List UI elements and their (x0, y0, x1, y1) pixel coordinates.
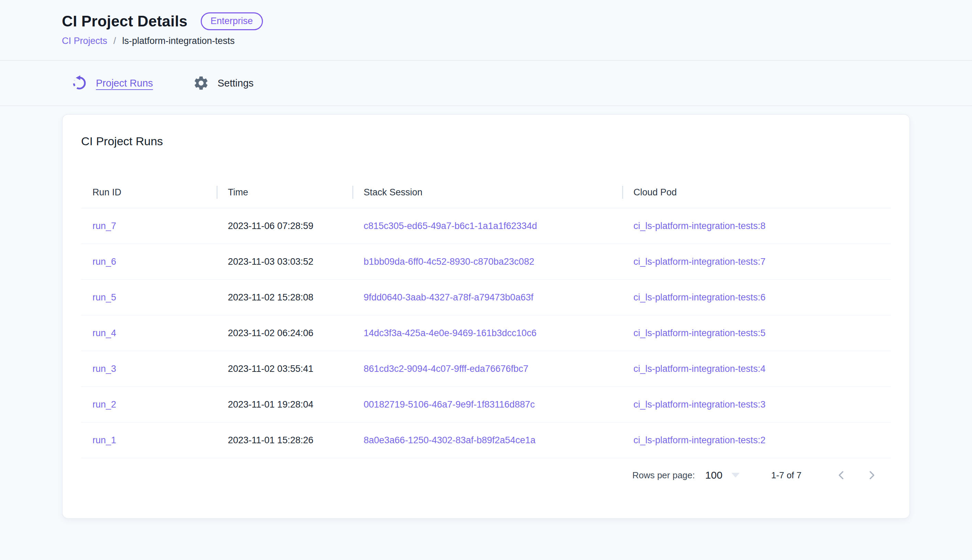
run-time: 2023-11-01 15:28:26 (216, 435, 352, 446)
cloud-pod-link[interactable]: ci_ls-platform-integration-tests:5 (634, 328, 765, 338)
runs-table: Run ID Time Stack Session Cloud Pod run_… (81, 177, 891, 458)
run-time: 2023-11-03 03:03:52 (216, 257, 352, 267)
stack-session-link[interactable]: b1bb09da-6ff0-4c52-8930-c870ba23c082 (364, 257, 534, 267)
page: CI Project Details Enterprise CI Project… (0, 0, 972, 560)
run-id-link[interactable]: run_6 (92, 257, 116, 267)
stack-session-link[interactable]: 00182719-5106-46a7-9e9f-1f83116d887c (364, 399, 535, 410)
breadcrumb-separator: / (114, 36, 116, 47)
run-id-link[interactable]: run_2 (92, 399, 116, 410)
run-id-link[interactable]: run_4 (92, 328, 116, 338)
breadcrumb-current: ls-platform-integration-tests (122, 36, 235, 47)
content: CI Project Runs Run ID Time Stack Sessio… (0, 106, 972, 519)
run-time: 2023-11-02 06:24:06 (216, 328, 352, 338)
next-page-button[interactable] (865, 468, 878, 482)
run-time: 2023-11-02 03:55:41 (216, 363, 352, 374)
run-time: 2023-11-01 19:28:04 (216, 399, 352, 410)
cloud-pod-link[interactable]: ci_ls-platform-integration-tests:3 (634, 399, 765, 410)
breadcrumb-link-ci-projects[interactable]: CI Projects (62, 36, 107, 47)
run-id-link[interactable]: run_5 (92, 292, 116, 302)
table-row: run_4 2023-11-02 06:24:06 14dc3f3a-425a-… (81, 315, 891, 351)
run-id-link[interactable]: run_3 (92, 363, 116, 374)
table-body: run_7 2023-11-06 07:28:59 c815c305-ed65-… (81, 208, 891, 458)
table-header-row: Run ID Time Stack Session Cloud Pod (81, 177, 891, 208)
run-id-link[interactable]: run_7 (92, 221, 116, 231)
chevron-right-icon (865, 468, 878, 482)
rows-per-page-value: 100 (705, 469, 723, 481)
table-row: run_7 2023-11-06 07:28:59 c815c305-ed65-… (81, 208, 891, 244)
column-header-stack-session: Stack Session (352, 187, 622, 198)
column-header-run-id: Run ID (81, 187, 216, 198)
stack-session-link[interactable]: 9fdd0640-3aab-4327-a78f-a79473b0a63f (364, 292, 534, 302)
previous-page-button[interactable] (835, 468, 848, 482)
tab-project-runs-label: Project Runs (96, 78, 153, 89)
table-row: run_3 2023-11-02 03:55:41 861cd3c2-9094-… (81, 351, 891, 387)
tab-bar: Project Runs Settings (0, 61, 972, 106)
rows-per-page-select[interactable]: 100 (705, 469, 739, 481)
card-title: CI Project Runs (81, 135, 891, 148)
stack-session-link[interactable]: 8a0e3a66-1250-4302-83af-b89f2a54ce1a (364, 435, 535, 445)
tab-settings-label: Settings (217, 78, 254, 89)
table-row: run_1 2023-11-01 15:28:26 8a0e3a66-1250-… (81, 423, 891, 458)
rows-per-page-label: Rows per page: (632, 470, 695, 481)
breadcrumb: CI Projects / ls-platform-integration-te… (62, 36, 972, 47)
run-time: 2023-11-02 15:28:08 (216, 292, 352, 303)
pagination: Rows per page: 100 1-7 of 7 (81, 463, 891, 488)
column-header-time: Time (216, 187, 352, 198)
chevron-left-icon (835, 468, 848, 482)
gear-icon (193, 75, 209, 91)
tab-project-runs[interactable]: Project Runs (71, 75, 153, 91)
stack-session-link[interactable]: 861cd3c2-9094-4c07-9fff-eda76676fbc7 (364, 363, 528, 374)
pagination-range: 1-7 of 7 (771, 470, 801, 481)
stack-session-link[interactable]: c815c305-ed65-49a7-b6c1-1a1a1f62334d (364, 221, 537, 231)
rotate-left-icon (71, 75, 88, 91)
cloud-pod-link[interactable]: ci_ls-platform-integration-tests:2 (634, 435, 765, 445)
table-row: run_5 2023-11-02 15:28:08 9fdd0640-3aab-… (81, 280, 891, 315)
page-header: CI Project Details Enterprise CI Project… (0, 0, 972, 61)
page-title: CI Project Details (62, 13, 188, 30)
run-id-link[interactable]: run_1 (92, 435, 116, 445)
run-time: 2023-11-06 07:28:59 (216, 221, 352, 232)
cloud-pod-link[interactable]: ci_ls-platform-integration-tests:6 (634, 292, 765, 302)
table-row: run_2 2023-11-01 19:28:04 00182719-5106-… (81, 387, 891, 423)
cloud-pod-link[interactable]: ci_ls-platform-integration-tests:4 (634, 363, 765, 374)
ci-project-runs-card: CI Project Runs Run ID Time Stack Sessio… (62, 114, 910, 519)
column-header-cloud-pod: Cloud Pod (622, 187, 892, 198)
title-row: CI Project Details Enterprise (62, 12, 972, 30)
cloud-pod-link[interactable]: ci_ls-platform-integration-tests:7 (634, 257, 765, 267)
table-row: run_6 2023-11-03 03:03:52 b1bb09da-6ff0-… (81, 244, 891, 280)
enterprise-badge: Enterprise (201, 12, 263, 30)
stack-session-link[interactable]: 14dc3f3a-425a-4e0e-9469-161b3dcc10c6 (364, 328, 537, 338)
chevron-down-icon (731, 473, 739, 478)
tab-settings[interactable]: Settings (193, 75, 254, 91)
cloud-pod-link[interactable]: ci_ls-platform-integration-tests:8 (634, 221, 765, 231)
